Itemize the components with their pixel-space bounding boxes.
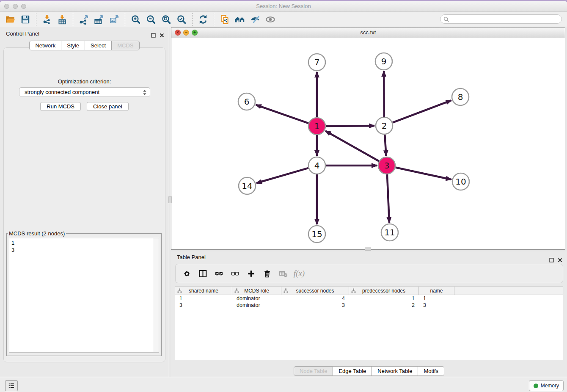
- table-cell[interactable]: dominator: [232, 295, 281, 301]
- graph-edge-1-6[interactable]: [256, 105, 308, 123]
- table-cell[interactable]: 3: [419, 302, 454, 308]
- float-panel-icon[interactable]: [151, 32, 156, 39]
- table-cell[interactable]: 2: [349, 302, 419, 308]
- graph-edge-1-2[interactable]: [326, 126, 374, 126]
- zoom-fit-content-button[interactable]: [159, 13, 174, 26]
- network-window-titlebar[interactable]: × – + scc.txt: [171, 28, 565, 38]
- result-scrollbar[interactable]: [153, 238, 159, 352]
- add-row-button[interactable]: [244, 267, 258, 280]
- column-header-successor-nodes[interactable]: successor nodes: [281, 287, 349, 295]
- table-row[interactable]: 3dominator323: [175, 302, 563, 309]
- search-box[interactable]: [440, 14, 562, 24]
- table-header-row: shared nameMCDS rolesuccessor nodesprede…: [175, 287, 563, 295]
- node-label: 4: [314, 160, 320, 171]
- graph-node-4[interactable]: 4: [308, 157, 325, 174]
- table-cell[interactable]: 4: [281, 295, 349, 301]
- column-label: successor nodes: [296, 288, 334, 294]
- memory-button[interactable]: Memory: [529, 380, 564, 391]
- column-header-name[interactable]: name: [419, 287, 454, 295]
- mcds-result-node: 3: [11, 246, 14, 254]
- tab-network[interactable]: Network: [29, 41, 61, 50]
- graph-node-8[interactable]: 8: [452, 88, 469, 105]
- clone-network-icon: [219, 14, 230, 25]
- tab-mcds[interactable]: MCDS: [112, 41, 139, 50]
- table-cell[interactable]: 1: [175, 295, 232, 301]
- node-label: 6: [244, 97, 250, 107]
- save-session-button[interactable]: [18, 13, 33, 26]
- export-image-button[interactable]: [107, 13, 122, 26]
- table-body: 1dominator4113dominator323: [175, 295, 563, 309]
- graph-edge-3-11[interactable]: [387, 174, 389, 223]
- tab-network-table[interactable]: Network Table: [372, 366, 418, 376]
- import-table-from-file-button[interactable]: [55, 13, 70, 26]
- graph-edge-2-8[interactable]: [393, 100, 451, 122]
- graph-node-10[interactable]: 10: [452, 173, 469, 190]
- optimization-criterion-select[interactable]: strongly connected component: [19, 87, 150, 97]
- column-header-MCDS-role[interactable]: MCDS role: [232, 287, 281, 295]
- graph-node-11[interactable]: 11: [381, 224, 398, 241]
- tab-style[interactable]: Style: [61, 41, 85, 50]
- table-cell[interactable]: 1: [419, 295, 454, 301]
- tab-edge-table[interactable]: Edge Table: [333, 366, 372, 376]
- zoom-out-button[interactable]: [143, 13, 159, 26]
- table-cell[interactable]: 3: [281, 302, 349, 308]
- graph-node-7[interactable]: 7: [308, 54, 325, 71]
- column-header-shared-name[interactable]: shared name: [175, 287, 232, 295]
- column-header-predecessor-nodes[interactable]: predecessor nodes: [349, 287, 419, 295]
- memory-status-icon: [534, 384, 538, 388]
- graph-edge-2-9[interactable]: [384, 71, 384, 117]
- network-home-button[interactable]: [232, 13, 248, 26]
- network-graph-canvas[interactable]: 7968124314101511: [171, 38, 565, 249]
- close-panel-icon[interactable]: [160, 32, 164, 39]
- zoom-in-button[interactable]: [128, 13, 143, 26]
- table-settings-button[interactable]: [180, 267, 193, 280]
- task-history-button[interactable]: [5, 380, 18, 391]
- deselect-all-rows-button[interactable]: [228, 267, 242, 280]
- table-cell[interactable]: 3: [175, 302, 232, 308]
- close-panel-button[interactable]: Close panel: [87, 102, 129, 111]
- graph-node-14[interactable]: 14: [239, 177, 256, 194]
- control-panel-title: Control Panel: [6, 30, 39, 37]
- table-row[interactable]: 1dominator411: [175, 295, 563, 302]
- table-panel-tabs: Node TableEdge TableNetwork TableMotifs: [171, 366, 567, 376]
- graph-node-2[interactable]: 2: [376, 117, 393, 134]
- import-network-from-file-button[interactable]: [39, 13, 55, 26]
- float-table-panel-icon[interactable]: [549, 257, 554, 264]
- graph-node-1[interactable]: 1: [308, 118, 325, 135]
- hide-graphics-details-button[interactable]: [248, 13, 263, 26]
- select-all-rows-button[interactable]: [212, 267, 226, 280]
- show-graphics-details-button[interactable]: [263, 13, 278, 26]
- column-label: predecessor nodes: [362, 288, 405, 294]
- tab-select[interactable]: Select: [85, 41, 112, 50]
- export-table-button[interactable]: [91, 13, 107, 26]
- delete-table-button: [276, 267, 290, 280]
- zoom-selected-region-button[interactable]: [174, 13, 189, 26]
- delete-row-button[interactable]: [260, 267, 274, 280]
- tab-motifs[interactable]: Motifs: [418, 366, 444, 376]
- tab-node-table[interactable]: Node Table: [294, 366, 333, 376]
- graph-node-15[interactable]: 15: [308, 226, 325, 243]
- apply-preferred-layout-button[interactable]: [195, 13, 211, 26]
- export-network-button[interactable]: [76, 13, 91, 26]
- graph-edge-3-1[interactable]: [325, 131, 379, 161]
- graph-edge-4-14[interactable]: [256, 168, 308, 183]
- table-cell[interactable]: 1: [349, 295, 419, 301]
- node-label: 7: [314, 57, 320, 67]
- column-layout-button[interactable]: [196, 267, 209, 280]
- mcds-result-textarea[interactable]: 13: [9, 238, 159, 353]
- graph-node-6[interactable]: 6: [238, 93, 255, 110]
- graph-edge-3-10[interactable]: [396, 167, 451, 179]
- run-mcds-button[interactable]: Run MCDS: [40, 102, 81, 111]
- graph-edge-2-3[interactable]: [385, 135, 386, 156]
- search-input[interactable]: [451, 15, 559, 24]
- clone-network-button[interactable]: [217, 13, 232, 26]
- node-label: 9: [381, 56, 387, 66]
- horizontal-splitter-handle[interactable]: [365, 247, 371, 251]
- close-table-panel-icon[interactable]: [558, 257, 562, 264]
- vertical-splitter-handle[interactable]: [168, 196, 172, 203]
- open-file-button[interactable]: [3, 13, 18, 26]
- table-cell[interactable]: dominator: [232, 302, 281, 308]
- graph-node-9[interactable]: 9: [375, 53, 392, 70]
- graph-node-3[interactable]: 3: [378, 157, 395, 174]
- zoom-selected-region-icon: [176, 14, 187, 25]
